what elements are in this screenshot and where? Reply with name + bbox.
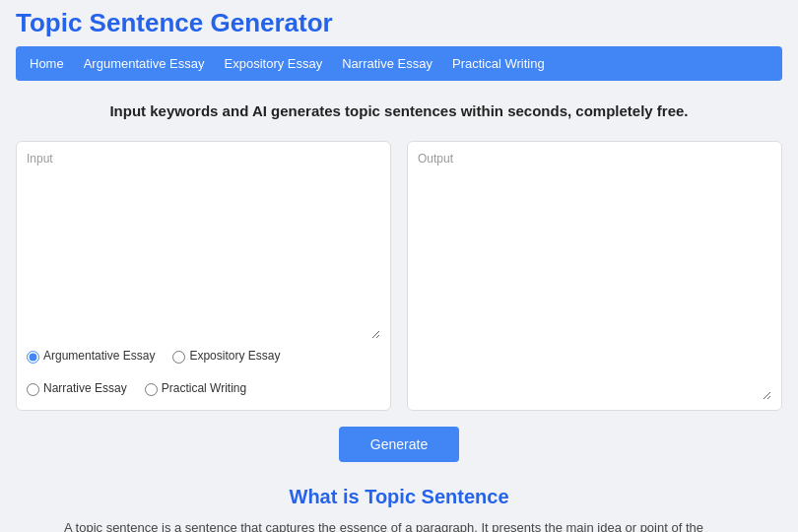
output-box: Output — [407, 141, 782, 411]
site-title: Topic Sentence Generator — [16, 8, 782, 38]
input-box: Input Argumentative Essay Expository Ess… — [16, 141, 391, 411]
generate-row: Generate — [16, 427, 782, 462]
radio-practical-label: Practical Writing — [162, 381, 246, 395]
radio-argumentative[interactable]: Argumentative Essay — [27, 349, 155, 364]
io-row: Input Argumentative Essay Expository Ess… — [16, 141, 782, 411]
tagline: Input keywords and AI generates topic se… — [16, 100, 782, 123]
info-section: What is Topic Sentence A topic sentence … — [64, 486, 734, 533]
radio-expository-input[interactable] — [172, 351, 185, 364]
output-label: Output — [418, 152, 771, 166]
radio-expository[interactable]: Expository Essay — [172, 349, 280, 364]
radio-narrative-input[interactable] — [27, 383, 39, 396]
main-nav: Home Argumentative Essay Expository Essa… — [16, 46, 782, 81]
radio-narrative-label: Narrative Essay — [43, 381, 127, 395]
radio-argumentative-input[interactable] — [27, 351, 39, 364]
nav-practical-writing[interactable]: Practical Writing — [452, 56, 545, 71]
nav-argumentative-essay[interactable]: Argumentative Essay — [84, 56, 205, 71]
radio-practical-input[interactable] — [145, 383, 158, 396]
info-body: A topic sentence is a sentence that capt… — [64, 518, 734, 533]
radio-argumentative-label: Argumentative Essay — [43, 349, 155, 363]
radio-narrative[interactable]: Narrative Essay — [27, 381, 127, 396]
nav-expository-essay[interactable]: Expository Essay — [225, 56, 323, 71]
generate-button[interactable]: Generate — [339, 427, 459, 462]
input-textarea[interactable] — [27, 171, 380, 339]
radio-expository-label: Expository Essay — [189, 349, 280, 363]
essay-type-selector: Argumentative Essay Expository Essay Nar… — [27, 339, 380, 400]
info-title: What is Topic Sentence — [64, 486, 734, 508]
nav-home[interactable]: Home — [30, 56, 64, 71]
input-label: Input — [27, 152, 380, 166]
nav-narrative-essay[interactable]: Narrative Essay — [342, 56, 432, 71]
radio-practical[interactable]: Practical Writing — [145, 381, 246, 396]
output-textarea[interactable] — [418, 171, 771, 400]
